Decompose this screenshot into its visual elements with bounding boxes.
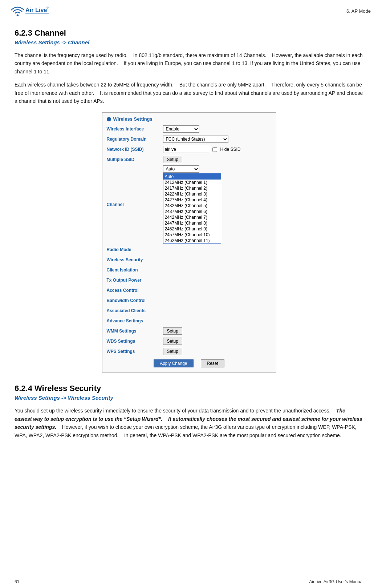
- row-wds-settings: WDS Settings Setup: [107, 337, 272, 346]
- select-channel-collapsed[interactable]: Auto: [163, 165, 199, 173]
- bold-italic-text-1: The easiest way to setup encryption is t…: [15, 408, 362, 430]
- row-wireless-interface: Wireless Interface Enable Disable: [107, 125, 272, 133]
- btn-wps-setup[interactable]: Setup: [163, 348, 182, 355]
- channel-option-3[interactable]: 2422MHz (Channel 3): [163, 191, 221, 197]
- label-advance-settings: Advance Settings: [107, 318, 163, 323]
- section-6-2-4-para1: You should set up the wireless security …: [15, 407, 363, 439]
- btn-wds-setup[interactable]: Setup: [163, 338, 182, 345]
- svg-text:Air Live: Air Live: [25, 7, 47, 13]
- label-radio-mode: Radio Mode: [107, 247, 163, 252]
- control-network-ssid[interactable]: Hide SSID: [163, 146, 272, 153]
- row-regulatory-domain: Regulatory Domain FCC (United States) ET…: [107, 135, 272, 144]
- row-channel: Channel Auto Auto 2412MHz (Channel 1) 24: [107, 165, 272, 244]
- label-wireless-interface: Wireless Interface: [107, 126, 163, 132]
- label-multiple-ssid: Multiple SSID: [107, 157, 163, 162]
- control-wds-settings[interactable]: Setup: [163, 338, 272, 345]
- page-footer: 61 AirLive Air3G User's Manual: [0, 577, 378, 584]
- svg-point-0: [17, 15, 19, 16]
- label-wmm-settings: WMM Settings: [107, 329, 163, 334]
- section-6-2-3-title: 6.2.3 Channel: [15, 28, 363, 38]
- row-wireless-security: Wireless Security: [107, 255, 272, 264]
- label-wireless-security: Wireless Security: [107, 257, 163, 262]
- chapter-label: 6. AP Mode: [346, 8, 371, 14]
- select-regulatory-domain[interactable]: FCC (United States) ETSI MKK: [163, 136, 228, 143]
- svg-text:®: ®: [46, 6, 49, 9]
- settings-box-title: Wireless Settings: [107, 116, 272, 122]
- wireless-settings-box: Wireless Settings Wireless Interface Ena…: [102, 112, 276, 373]
- row-network-ssid: Network ID (SSID) Hide SSID: [107, 145, 272, 154]
- section-6-2-4-subtitle: Wireless Settings -> Wireless Security: [15, 395, 363, 401]
- row-radio-mode: Radio Mode: [107, 245, 272, 254]
- control-wireless-interface[interactable]: Enable Disable: [163, 125, 272, 133]
- settings-box-wrapper: Wireless Settings Wireless Interface Ena…: [15, 112, 363, 373]
- main-content: 6.2.3 Channel Wireless Settings -> Chann…: [0, 21, 378, 459]
- label-associated-clients: Associated Clients: [107, 308, 163, 313]
- row-tx-output-power: Tx Output Power: [107, 276, 272, 285]
- control-multiple-ssid[interactable]: Setup: [163, 156, 272, 163]
- section-6-2-4-title: 6.2.4 Wireless Security: [15, 384, 363, 393]
- airlive-logo: Air Live ®: [7, 3, 51, 19]
- label-channel: Channel: [107, 202, 163, 207]
- footer-page-number: 61: [15, 579, 19, 584]
- label-wps-settings: WPS Settings: [107, 349, 163, 354]
- row-bandwidth-control: Bandwidth Control: [107, 296, 272, 305]
- label-access-control: Access Control: [107, 288, 163, 293]
- control-wmm-settings[interactable]: Setup: [163, 327, 272, 335]
- section-6-2-3-subtitle: Wireless Settings -> Channel: [15, 39, 363, 45]
- row-wps-settings: WPS Settings Setup: [107, 347, 272, 356]
- row-advance-settings: Advance Settings: [107, 317, 272, 325]
- btn-multiple-ssid-setup[interactable]: Setup: [163, 156, 182, 163]
- row-client-isolation: Client Isolation: [107, 266, 272, 274]
- row-associated-clients: Associated Clients: [107, 306, 272, 315]
- logo-area: Air Live ®: [7, 3, 51, 19]
- row-wmm-settings: WMM Settings Setup: [107, 327, 272, 335]
- label-tx-output-power: Tx Output Power: [107, 278, 163, 283]
- page-header: Air Live ® 6. AP Mode: [0, 0, 378, 21]
- control-wps-settings[interactable]: Setup: [163, 348, 272, 355]
- settings-icon: [107, 117, 111, 121]
- channel-option-10[interactable]: 2457MHz (Channel 10): [163, 232, 221, 238]
- label-regulatory-domain: Regulatory Domain: [107, 137, 163, 142]
- label-bandwidth-control: Bandwidth Control: [107, 298, 163, 303]
- channel-option-7[interactable]: 2442MHz (Channel 7): [163, 214, 221, 220]
- control-regulatory-domain[interactable]: FCC (United States) ETSI MKK: [163, 136, 272, 143]
- control-channel[interactable]: Auto Auto 2412MHz (Channel 1) 2417MHz (C…: [163, 165, 272, 244]
- channel-option-8[interactable]: 2447MHz (Channel 8): [163, 220, 221, 226]
- checkbox-hide-ssid[interactable]: [212, 147, 217, 152]
- btn-reset[interactable]: Reset: [201, 359, 224, 367]
- bottom-button-row: Apply Change Reset: [107, 359, 272, 367]
- footer-manual-title: AirLive Air3G User's Manual: [309, 579, 363, 584]
- channel-option-2[interactable]: 2417MHz (Channel 2): [163, 185, 221, 191]
- channel-option-11[interactable]: 2462MHz (Channel 11): [163, 238, 221, 243]
- label-client-isolation: Client Isolation: [107, 267, 163, 273]
- channel-option-5[interactable]: 2432MHz (Channel 5): [163, 203, 221, 209]
- hide-ssid-label: Hide SSID: [220, 147, 241, 152]
- channel-option-4[interactable]: 2427MHz (Channel 4): [163, 197, 221, 203]
- btn-apply-change[interactable]: Apply Change: [154, 359, 193, 367]
- row-access-control: Access Control: [107, 286, 272, 295]
- channel-option-auto[interactable]: Auto: [163, 174, 221, 180]
- channel-option-9[interactable]: 2452MHz (Channel 9): [163, 226, 221, 232]
- select-wireless-interface[interactable]: Enable Disable: [163, 125, 199, 133]
- section-6-2-3-para1: The channel is the frequency range used …: [15, 51, 363, 76]
- btn-wmm-setup[interactable]: Setup: [163, 327, 182, 335]
- channel-option-6[interactable]: 2437MHz (Channel 6): [163, 209, 221, 214]
- row-multiple-ssid: Multiple SSID Setup: [107, 155, 272, 164]
- label-wds-settings: WDS Settings: [107, 339, 163, 344]
- channel-option-1[interactable]: 2412MHz (Channel 1): [163, 180, 221, 185]
- section-6-2-3-para2: Each wireless channel takes between 22 t…: [15, 81, 363, 105]
- input-ssid[interactable]: [163, 146, 210, 153]
- label-network-ssid: Network ID (SSID): [107, 147, 163, 152]
